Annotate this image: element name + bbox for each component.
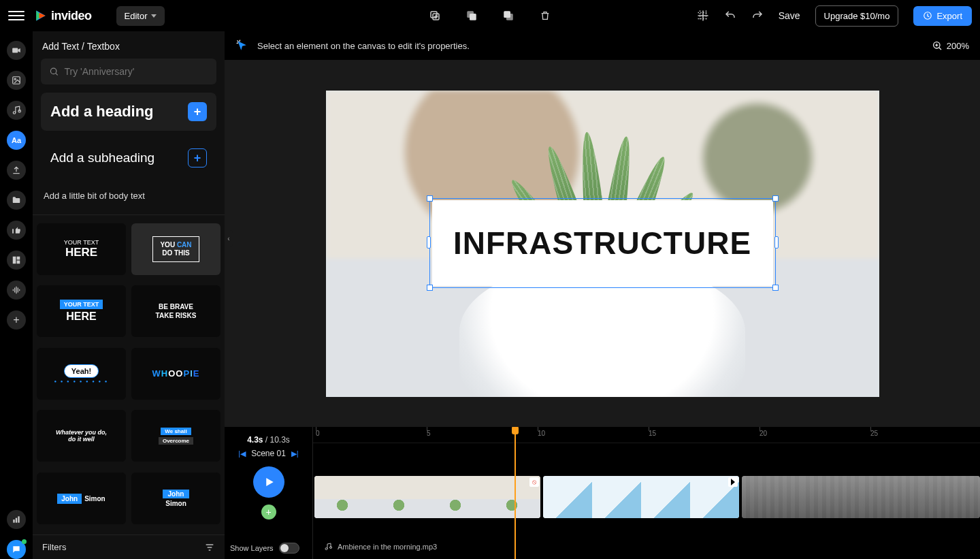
rail-like[interactable]	[7, 221, 26, 240]
play-button[interactable]	[253, 466, 284, 498]
menu-button[interactable]	[8, 7, 24, 24]
mode-label: Editor	[125, 11, 148, 21]
brand-logo[interactable]: invideo	[34, 9, 92, 23]
export-label: Export	[936, 11, 962, 21]
timeline-track[interactable]: ⦸	[313, 476, 980, 518]
selection-handle-tr[interactable]	[772, 195, 779, 202]
layer-back-icon[interactable]	[466, 10, 478, 22]
svg-rect-32	[16, 518, 17, 523]
clip-scene-2[interactable]	[543, 476, 740, 518]
svg-marker-2	[39, 13, 46, 18]
preset-brush[interactable]: Whatever you do,do it well	[37, 410, 126, 462]
search-icon	[49, 66, 59, 77]
rail-audio-wave[interactable]	[7, 281, 26, 300]
rail-upload[interactable]	[7, 161, 26, 180]
add-body-text[interactable]: Add a little bit of body text	[44, 191, 214, 201]
clip-badge-transition-icon[interactable]: ⦸	[529, 477, 539, 487]
music-note-icon	[324, 543, 332, 551]
svg-rect-18	[12, 48, 18, 53]
mode-dropdown[interactable]: Editor	[116, 6, 165, 26]
add-subheading-row[interactable]: Add a subheading +	[41, 139, 216, 177]
preset-be-brave[interactable]: BE BRAVETAKE RISKS	[131, 285, 220, 337]
filters-label: Filters	[42, 542, 66, 552]
add-heading-button[interactable]: +	[188, 102, 207, 121]
canvas-frame[interactable]: INFRASTRUCTURE	[326, 91, 879, 397]
preset-whoopie[interactable]: WHOOPIE	[131, 348, 220, 400]
clip-scene-1[interactable]: ⦸	[314, 476, 540, 518]
add-subheading-button[interactable]: +	[188, 148, 207, 167]
upgrade-button[interactable]: Upgrade $10/mo	[815, 5, 899, 27]
filter-icon	[204, 542, 215, 553]
zoom-control[interactable]: 200%	[932, 40, 969, 51]
svg-marker-43	[266, 478, 274, 486]
save-button[interactable]: Save	[779, 10, 800, 21]
preset-you-can-do-this[interactable]: YOU CANDO THIS	[131, 223, 220, 275]
rail-text[interactable]: Aa	[7, 131, 26, 150]
selection-handle-br[interactable]	[772, 285, 779, 291]
export-icon	[923, 11, 932, 20]
add-heading-label: Add a heading	[50, 103, 154, 121]
svg-point-34	[50, 68, 56, 74]
preset-john-simon-inline[interactable]: JohnSimon	[37, 473, 126, 524]
svg-point-20	[14, 78, 16, 80]
svg-line-35	[56, 73, 58, 75]
playhead[interactable]	[514, 427, 516, 559]
svg-rect-19	[13, 77, 20, 84]
rail-music[interactable]	[7, 101, 26, 120]
svg-point-22	[18, 110, 21, 112]
rail-video[interactable]	[7, 41, 26, 60]
svg-rect-23	[13, 257, 16, 264]
clip-scene-3[interactable]	[742, 476, 980, 518]
show-layers-toggle[interactable]	[279, 543, 299, 554]
preset-john-simon-stacked[interactable]: JohnSimon	[131, 473, 220, 524]
zoom-in-icon	[932, 40, 943, 51]
preset-yeah[interactable]: Yeah!● ● ● ● ● ● ● ● ●	[37, 348, 126, 400]
preset-your-text-here[interactable]: YOUR TEXTHERE	[37, 223, 126, 275]
svg-rect-10	[504, 11, 510, 18]
scene-prev[interactable]: |◀	[238, 449, 246, 458]
timeline-ruler[interactable]: 0 5 10 15 20 25	[313, 427, 980, 443]
preset-we-shall-overcome[interactable]: We shallOvercome	[131, 410, 220, 462]
rail-stats[interactable]	[7, 510, 26, 529]
grid-toggle-icon[interactable]	[697, 10, 709, 22]
text-presets-grid: YOUR TEXTHERE YOU CANDO THIS YOUR TEXTHE…	[33, 221, 225, 534]
add-subheading-label: Add a subheading	[50, 150, 154, 165]
duplicate-icon[interactable]	[429, 10, 441, 22]
scene-next[interactable]: ▶|	[291, 449, 299, 458]
filters-bar[interactable]: Filters	[33, 534, 225, 559]
rail-image[interactable]	[7, 71, 26, 90]
cursor-hint-icon	[235, 39, 249, 52]
clip-badge-play-icon[interactable]	[728, 477, 738, 487]
scene-label: Scene 01	[251, 449, 286, 458]
timeline-time: 4.3s / 10.3s	[247, 435, 290, 445]
svg-rect-24	[17, 257, 20, 260]
rail-chat[interactable]	[7, 540, 26, 559]
selection-handle-tl[interactable]	[427, 195, 433, 202]
search-input[interactable]	[64, 66, 208, 77]
export-button[interactable]: Export	[913, 6, 972, 26]
layer-front-icon[interactable]	[502, 10, 514, 22]
search-field[interactable]	[41, 59, 216, 84]
rail-layout[interactable]	[7, 251, 26, 270]
svg-line-40	[938, 48, 941, 50]
svg-rect-8	[470, 14, 476, 20]
selection-handle-left[interactable]	[427, 236, 431, 249]
selection-handle-right[interactable]	[774, 236, 779, 249]
chevron-down-icon	[151, 14, 157, 18]
collapse-sidebar[interactable]: ‹	[225, 230, 233, 246]
selection-outline	[429, 198, 776, 288]
audio-track-label[interactable]: Ambience in the morning.mp3	[324, 543, 437, 551]
delete-icon[interactable]	[539, 10, 551, 22]
add-scene-button[interactable]: +	[261, 505, 276, 520]
redo-icon[interactable]	[751, 10, 764, 22]
rail-folder[interactable]	[7, 191, 26, 210]
selection-handle-bl[interactable]	[427, 285, 433, 291]
add-heading-row[interactable]: Add a heading +	[41, 93, 216, 131]
brand-name: invideo	[51, 9, 92, 23]
svg-rect-33	[18, 516, 19, 522]
show-layers-label: Show Layers	[230, 544, 274, 552]
undo-icon[interactable]	[724, 10, 736, 22]
rail-add[interactable]: +	[7, 310, 26, 330]
svg-rect-25	[17, 261, 20, 264]
preset-your-text-here-blue[interactable]: YOUR TEXTHERE	[37, 285, 126, 337]
